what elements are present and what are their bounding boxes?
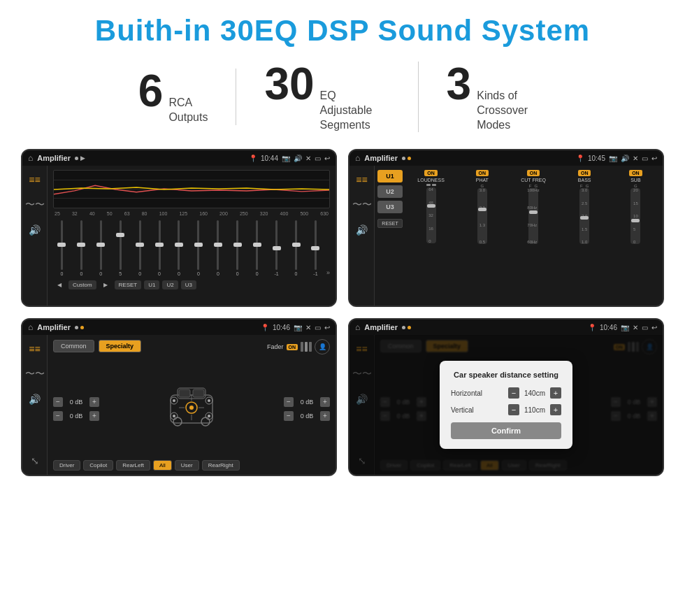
home-icon-3[interactable]: ⌂ <box>28 322 33 332</box>
home-icon-1[interactable]: ⌂ <box>28 153 33 163</box>
screen-fader: ⌂ Amplifier 📍 10:46 📷 ✕ ▭ ↩ <box>21 318 337 476</box>
user-icon-3[interactable]: 👤 <box>315 339 330 354</box>
specialty-tab[interactable]: Specialty <box>99 340 142 352</box>
slider-arrow[interactable]: » <box>326 269 330 276</box>
sub-on[interactable]: ON <box>629 170 642 176</box>
rl-minus[interactable]: − <box>53 411 63 421</box>
slider-12[interactable]: 0 <box>287 220 305 276</box>
time-1: 10:44 <box>261 155 278 162</box>
play-button[interactable]: ▶ <box>99 280 112 289</box>
common-tab[interactable]: Common <box>53 340 94 352</box>
stat-eq-number: 30 <box>264 62 314 106</box>
speaker-icon[interactable]: 🔊 <box>27 222 43 238</box>
rearright-btn[interactable]: RearRight <box>202 460 240 471</box>
copilot-btn[interactable]: Copilot <box>83 460 113 471</box>
u3-button-1[interactable]: U3 <box>181 280 196 289</box>
u2-preset[interactable]: U2 <box>377 185 403 198</box>
slider-11[interactable]: -1 <box>268 220 285 276</box>
prev-button[interactable]: ◀ <box>53 280 66 289</box>
wave-icon[interactable]: 〜〜 <box>27 196 43 213</box>
slider-6[interactable]: 0 <box>171 220 188 276</box>
horizontal-plus[interactable]: + <box>550 387 561 399</box>
cutfreq-on[interactable]: ON <box>527 170 540 176</box>
fl-plus[interactable]: + <box>89 397 99 407</box>
u1-button-1[interactable]: U1 <box>144 280 159 289</box>
fr-plus[interactable]: + <box>320 397 330 407</box>
bass-thumb <box>580 216 589 220</box>
vertical-value: 110cm <box>522 406 547 414</box>
expand-icon-3[interactable]: ⤡ <box>27 452 43 469</box>
camera-icon-3: 📷 <box>294 324 302 331</box>
horizontal-value: 140cm <box>522 389 547 397</box>
location-icon-2: 📍 <box>576 155 584 162</box>
speaker-icon-3[interactable]: 🔊 <box>27 391 43 408</box>
slider-5[interactable]: 0 <box>151 220 168 276</box>
cutfreq-slider[interactable]: 100Hz80Hz70Hz60Hz <box>528 188 538 244</box>
stats-row: 6 RCAOutputs 30 EQ AdjustableSegments 3 … <box>21 62 664 132</box>
eq-content: 2532405063 80100125160200 25032040050063… <box>48 166 336 306</box>
sub-slider[interactable]: 20151050 <box>630 188 640 244</box>
slider-10[interactable]: 0 <box>248 220 266 276</box>
stat-eq-label: EQ AdjustableSegments <box>320 89 390 132</box>
back-icon-1[interactable]: ↩ <box>324 155 330 162</box>
slider-1[interactable]: 0 <box>73 220 90 276</box>
u1-preset[interactable]: U1 <box>377 170 403 182</box>
horizontal-minus[interactable]: − <box>508 387 519 399</box>
eq-icon-2[interactable]: ≡≡ <box>354 171 370 188</box>
reset-amp2[interactable]: RESET <box>377 219 403 228</box>
all-btn[interactable]: All <box>153 460 172 471</box>
vertical-plus[interactable]: + <box>550 404 561 415</box>
rearleft-btn[interactable]: RearLeft <box>116 460 150 471</box>
dialog-title: Car speaker distance setting <box>451 371 561 379</box>
phat-on[interactable]: ON <box>476 170 489 176</box>
phat-slider[interactable]: 3.02.11.30.5 <box>477 188 487 244</box>
bass-slider[interactable]: 3.02.52.01.51.0 <box>579 188 589 244</box>
fr-minus[interactable]: − <box>284 397 294 407</box>
wave-icon-3[interactable]: 〜〜 <box>27 366 43 382</box>
slider-7[interactable]: 0 <box>189 220 207 276</box>
lbar2 <box>432 184 436 186</box>
user-btn[interactable]: User <box>175 460 199 471</box>
rl-plus[interactable]: + <box>89 411 99 421</box>
wave-icon-2[interactable]: 〜〜 <box>354 196 370 213</box>
vertical-minus[interactable]: − <box>508 404 519 415</box>
svg-rect-5 <box>179 389 190 397</box>
eq-bottom-bar: ◀ Custom ▶ RESET U1 U2 U3 <box>53 280 330 289</box>
eq-icon-3[interactable]: ≡≡ <box>27 341 43 357</box>
home-icon-2[interactable]: ⌂ <box>355 153 360 163</box>
bass-on[interactable]: ON <box>578 170 591 176</box>
eq-icon[interactable]: ≡≡ <box>27 171 43 188</box>
slider-0[interactable]: 0 <box>53 220 71 276</box>
slider-8[interactable]: 0 <box>209 220 226 276</box>
rr-plus[interactable]: + <box>320 411 330 421</box>
x-icon-1: ✕ <box>305 155 311 162</box>
home-icon-4[interactable]: ⌂ <box>355 322 360 332</box>
vertical-label: Vertical <box>451 406 474 414</box>
speaker-icon-2[interactable]: 🔊 <box>354 222 370 238</box>
svg-point-10 <box>173 399 175 402</box>
fl-minus[interactable]: − <box>53 397 63 407</box>
driver-btn[interactable]: Driver <box>53 460 80 471</box>
slider-4[interactable]: 0 <box>131 220 149 276</box>
stat-rca-number: 6 <box>138 69 164 113</box>
time-3: 10:46 <box>273 324 290 331</box>
u3-preset[interactable]: U3 <box>377 201 403 213</box>
back-icon-4[interactable]: ↩ <box>651 324 657 331</box>
screen1-title: Amplifier <box>37 154 71 162</box>
confirm-button[interactable]: Confirm <box>451 422 561 439</box>
loudness-on[interactable]: ON <box>424 170 438 176</box>
slider-13[interactable]: -1 <box>307 220 324 276</box>
slider-9[interactable]: 0 <box>229 220 246 276</box>
cutfreq-control: ON CUT FREQ FG 100Hz80Hz70Hz60Hz <box>509 170 557 301</box>
u2-button-1[interactable]: U2 <box>162 280 178 289</box>
fader-body: − 0 dB + − 0 dB + <box>53 360 330 457</box>
fader-bottom-bar: Driver Copilot RearLeft All User RearRig… <box>53 460 330 471</box>
back-icon-3[interactable]: ↩ <box>324 324 330 331</box>
rr-minus[interactable]: − <box>284 411 294 421</box>
slider-2[interactable]: 0 <box>92 220 110 276</box>
status-bar-3: ⌂ Amplifier 📍 10:46 📷 ✕ ▭ ↩ <box>22 320 336 335</box>
reset-button-1[interactable]: RESET <box>115 280 142 289</box>
back-icon-2[interactable]: ↩ <box>651 155 657 162</box>
loudness-slider[interactable]: 644832160 <box>426 187 436 243</box>
slider-3[interactable]: 5 <box>112 220 129 276</box>
